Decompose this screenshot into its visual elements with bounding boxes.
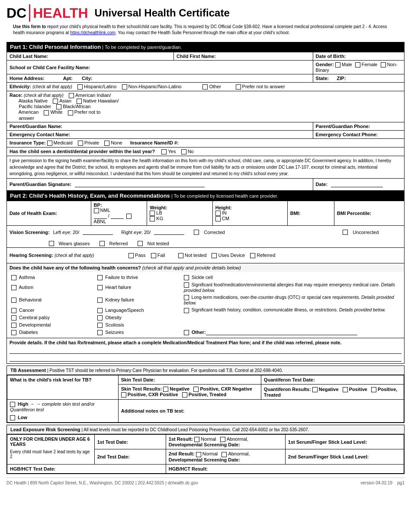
part1-table: Child Last Name: Child First Name: Date … <box>6 52 405 191</box>
insurance-private-checkbox[interactable] <box>78 141 83 146</box>
hc-scoliosis-checkbox[interactable] <box>97 323 103 328</box>
dentist-no-checkbox[interactable] <box>181 149 186 154</box>
hc-heart-checkbox[interactable] <box>97 285 103 290</box>
tb-skin-treated-checkbox[interactable] <box>182 392 187 397</box>
height-cm-checkbox[interactable] <box>215 216 221 221</box>
lead-only-cell: ONLY FOR CHILDREN UNDER AGE 6 YEARS Ever… <box>7 435 95 464</box>
vision-nottested-checkbox[interactable] <box>138 241 143 246</box>
part2-table: Date of Health Exam: BP: NML / ABNL Weig… <box>6 201 405 364</box>
signature-label: Parent/Guardian Signature: <box>10 182 71 187</box>
lead-1st-normal-checkbox[interactable] <box>194 437 199 442</box>
weight-lb-checkbox[interactable] <box>150 211 155 216</box>
hc-cerebral-checkbox[interactable] <box>11 315 16 320</box>
hc-autism-checkbox[interactable] <box>11 285 16 290</box>
name-dob-row: Child Last Name: Child First Name: Date … <box>7 52 405 61</box>
insurance-name-label: Insurance Name/ID #: <box>130 140 179 145</box>
tb-high-checkbox[interactable] <box>10 402 15 407</box>
lead-2nd-abnormal-checkbox[interactable] <box>222 452 227 457</box>
hc-behavioral-checkbox[interactable] <box>11 298 16 303</box>
tb-q-treated-checkbox[interactable] <box>371 387 376 392</box>
hc-other-checkbox[interactable] <box>184 330 189 335</box>
hc-sighealth-checkbox[interactable] <box>184 308 189 313</box>
hc-row-4: Cancer Language/Speech Significant healt… <box>10 306 401 314</box>
hearing-referred-label: Referred <box>257 253 275 258</box>
hc-sickle-checkbox[interactable] <box>184 275 189 280</box>
tb-skin-cxrneg-checkbox[interactable] <box>193 387 199 392</box>
tb-risk-label-cell: What is the child's risk level for TB? <box>7 375 119 399</box>
gender-nonbinary-checkbox[interactable] <box>381 62 386 67</box>
weight-kg-checkbox[interactable] <box>150 216 155 221</box>
dchealthlink[interactable]: https://dchealthlink.com <box>70 30 116 35</box>
dentist-cell: Has the child seen a dentist/dental prov… <box>7 147 405 156</box>
hc-longterm-cell: Long-term medications, over-the-counter-… <box>182 294 401 306</box>
hearing-device-checkbox[interactable] <box>212 253 217 258</box>
hc-asthma-checkbox[interactable] <box>11 275 16 280</box>
hc-language-checkbox[interactable] <box>97 308 103 313</box>
apt-label: Apt: <box>63 76 73 81</box>
vision-cell: Vision Screening: Left eye: 20/ Right ey… <box>7 225 405 247</box>
bp-abnl-checkbox[interactable] <box>126 214 132 219</box>
height-in-checkbox[interactable] <box>215 211 221 216</box>
lead-header: Lead Exposure Risk Screening | All lead … <box>7 425 404 434</box>
tb-q-neg-checkbox[interactable] <box>312 387 318 392</box>
part2-header: Part 2: Child's Health History, Exam, an… <box>6 191 405 201</box>
ethnicity-other-checkbox[interactable] <box>202 84 208 90</box>
hc-obesity-cell: Obesity <box>96 314 182 321</box>
hearing-pass-checkbox[interactable] <box>128 253 134 258</box>
bp-nml-checkbox[interactable] <box>94 208 99 213</box>
tb-skin-cxrpos-checkbox[interactable] <box>121 392 126 397</box>
part1-header: Part 1: Child Personal Information | To … <box>6 42 405 52</box>
race-note: (check all that apply) <box>24 93 64 98</box>
hc-diabetes-checkbox[interactable] <box>11 330 16 335</box>
race-ai-checkbox[interactable] <box>69 93 74 98</box>
lead-1st-normal-label: Normal <box>201 436 216 442</box>
hc-failure-checkbox[interactable] <box>97 275 103 280</box>
gender-female-checkbox[interactable] <box>355 62 360 67</box>
hearing-fail-checkbox[interactable] <box>151 253 156 258</box>
page-title: Universal Health Certificate <box>95 7 230 19</box>
hearing-referred-checkbox[interactable] <box>250 253 255 258</box>
tb-low-checkbox[interactable] <box>10 415 15 420</box>
hc-allergies-checkbox[interactable] <box>184 282 189 288</box>
dentist-yes-checkbox[interactable] <box>161 149 167 154</box>
insurance-medicaid-checkbox[interactable] <box>47 141 52 146</box>
emergency-phone-cell: Emergency Contact Phone: <box>313 130 404 138</box>
vision-corrected-checkbox[interactable] <box>194 230 199 235</box>
height-in-label: IN <box>222 210 227 215</box>
ethnicity-hispanic-checkbox[interactable] <box>77 84 83 90</box>
race-white-checkbox[interactable] <box>44 110 49 115</box>
race-black-checkbox[interactable] <box>56 104 61 109</box>
emergency-row: Emergency Contact Name: Emergency Contac… <box>7 130 405 138</box>
race-nhpi-checkbox[interactable] <box>77 99 82 104</box>
school-cell: School or Child Care Facility Name: <box>7 61 313 74</box>
address-row: Home Address: Apt: City: State: ZIP: <box>7 74 405 83</box>
hearing-nottested-checkbox[interactable] <box>178 253 183 258</box>
tb-high-div: High → → complete skin test and/or Quant… <box>10 401 116 412</box>
hc-row-1: Asthma Failure to thrive Sickle cell <box>10 274 401 281</box>
hc-cancer-checkbox[interactable] <box>11 308 16 313</box>
details-label: Provide details. If the child has Rx/tre… <box>10 340 341 345</box>
gender-male-checkbox[interactable] <box>335 62 340 67</box>
hc-heart-cell: Heart failure <box>96 281 182 294</box>
race-prefer-checkbox[interactable] <box>68 110 73 115</box>
hc-longterm-checkbox[interactable] <box>184 295 189 300</box>
vision-referred-checkbox[interactable] <box>100 241 105 246</box>
insurance-none-checkbox[interactable] <box>104 141 109 146</box>
date-cell: Date: <box>313 178 404 190</box>
hc-seizures-checkbox[interactable] <box>97 330 103 335</box>
ethnicity-nonhispanic-checkbox[interactable] <box>122 84 127 90</box>
lead-must-label: Every child must have 2 lead tests by ag… <box>10 449 92 459</box>
hc-kidney-checkbox[interactable] <box>97 298 103 303</box>
hc-developmental-checkbox[interactable] <box>11 323 16 328</box>
bmi-label: BMI: <box>290 211 301 216</box>
lead-2nd-normal-checkbox[interactable] <box>196 452 201 457</box>
vision-uncorrected-checkbox[interactable] <box>343 230 348 235</box>
ethnicity-hispanic-label: Hispanic/Latino <box>84 84 116 89</box>
race-asian-checkbox[interactable] <box>53 99 58 104</box>
lead-1st-abnormal-checkbox[interactable] <box>220 437 225 442</box>
hc-obesity-checkbox[interactable] <box>97 315 103 320</box>
tb-q-pos-checkbox[interactable] <box>343 387 348 392</box>
ethnicity-prefer-checkbox[interactable] <box>236 84 241 90</box>
tb-skin-neg-checkbox[interactable] <box>163 387 168 392</box>
vision-glasses-checkbox[interactable] <box>49 241 54 246</box>
